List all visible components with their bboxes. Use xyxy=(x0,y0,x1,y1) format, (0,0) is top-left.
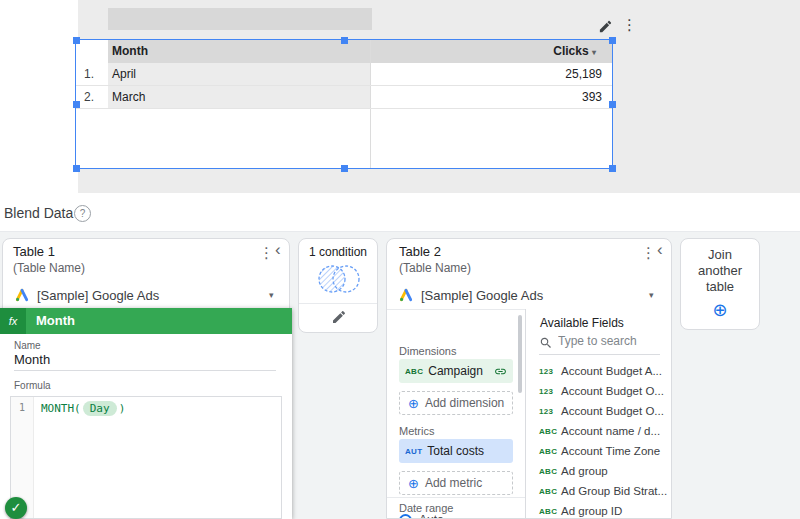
cell-bg xyxy=(108,86,370,109)
sort-arrow-icon: ▾ xyxy=(592,48,596,57)
google-ads-icon xyxy=(15,288,29,306)
chart-more-options-icon[interactable]: ⋮ xyxy=(622,18,637,32)
field-name: Account name / d... xyxy=(561,425,660,437)
field-name: Ad Group Bid Strat... xyxy=(561,485,667,497)
table1-collapse-icon[interactable]: ‹ xyxy=(275,243,281,257)
cell-bg xyxy=(108,63,370,86)
table2-subtitle: (Table Name) xyxy=(399,261,471,275)
name-label: Name xyxy=(14,340,41,351)
add-metric-label: Add metric xyxy=(425,476,482,490)
field-type-icon: ABC xyxy=(539,427,561,436)
table1-more-icon[interactable]: ⋮ xyxy=(259,246,274,260)
field-type-icon: 123 xyxy=(539,407,561,416)
section-divider xyxy=(387,497,525,498)
join-another-table-label: Join another table xyxy=(681,247,759,295)
metrics-label: Metrics xyxy=(399,425,434,437)
datasource-dropdown-icon[interactable]: ▾ xyxy=(269,290,274,300)
field-list-item[interactable]: 123Account Budget O... xyxy=(539,381,664,401)
table2-collapse-icon[interactable]: ‹ xyxy=(657,243,663,257)
cell-month: April xyxy=(112,63,136,86)
field-name: Ad group xyxy=(561,465,608,477)
metric-chip-total-costs[interactable]: AUT Total costs xyxy=(399,439,513,463)
table1-title: Table 1 xyxy=(13,244,55,259)
dimension-chip-campaign[interactable]: ABC Campaign xyxy=(399,359,513,383)
field-type-icon: ABC xyxy=(539,467,561,476)
cell-clicks: 393 xyxy=(370,86,602,109)
line-number: 1 xyxy=(11,402,33,413)
search-icon xyxy=(539,336,553,354)
edit-pencil-icon[interactable] xyxy=(598,19,613,34)
field-search-input[interactable] xyxy=(558,334,660,348)
column-header-month[interactable]: Month xyxy=(112,40,148,63)
help-icon[interactable]: ? xyxy=(74,205,91,222)
selection-handle[interactable] xyxy=(341,37,348,44)
venn-diagram-icon xyxy=(311,259,367,303)
formula-label: Formula xyxy=(14,380,51,391)
field-list-item[interactable]: 123Account Budget O... xyxy=(539,401,664,421)
date-range-radio[interactable] xyxy=(399,514,412,519)
clicks-label: Clicks xyxy=(553,44,588,58)
field-name: Account Budget A... xyxy=(561,365,662,377)
field-type-icon: ABC xyxy=(539,447,561,456)
field-list-item[interactable]: ABCAd Group Bid Strat... xyxy=(539,481,667,501)
table2-datasource[interactable]: [Sample] Google Ads xyxy=(421,288,543,303)
add-metric-button[interactable]: ⊕ Add metric xyxy=(399,471,513,495)
condition-count-label: 1 condition xyxy=(299,245,377,259)
aggregation-type-icon: AUT xyxy=(405,447,422,456)
selection-handle[interactable] xyxy=(73,165,80,172)
add-dimension-button[interactable]: ⊕ Add dimension xyxy=(399,391,513,415)
table1-datasource[interactable]: [Sample] Google Ads xyxy=(37,288,159,303)
field-type-icon: 123 xyxy=(539,387,561,396)
table2-title: Table 2 xyxy=(399,244,441,259)
field-type-icon: 123 xyxy=(539,367,561,376)
selection-handle[interactable] xyxy=(609,165,616,172)
field-list-item[interactable]: ABCAd group xyxy=(539,461,608,481)
row-separator xyxy=(76,108,612,109)
datasource-dropdown-icon[interactable]: ▾ xyxy=(649,290,654,300)
join-another-table-card[interactable]: Join another table ⊕ xyxy=(680,238,760,330)
field-type-icon: ABC xyxy=(539,507,561,516)
field-editor-title: Month xyxy=(36,308,75,334)
row-number: 2. xyxy=(84,86,94,109)
join-condition-card[interactable]: 1 condition xyxy=(298,238,378,333)
selection-handle[interactable] xyxy=(609,101,616,108)
add-table-icon[interactable]: ⊕ xyxy=(681,299,759,321)
field-list-item[interactable]: ABCAccount Time Zone xyxy=(539,441,660,461)
add-dimension-label: Add dimension xyxy=(425,396,504,410)
selection-handle[interactable] xyxy=(73,101,80,108)
table2-panel: Table 2 (Table Name) ⋮ ‹ [Sample] Google… xyxy=(386,238,672,519)
column-header-clicks[interactable]: Clicks ▾ xyxy=(370,40,596,63)
table-chart[interactable]: Month Clicks ▾ 1. April 25,189 2. March … xyxy=(76,40,612,168)
date-range-value: Auto xyxy=(419,513,444,519)
card-divider xyxy=(299,303,377,304)
field-chip-day[interactable]: Day xyxy=(83,401,117,416)
blend-data-bar: Blend Data ? xyxy=(0,193,800,232)
field-list-item[interactable]: 123Account Budget A... xyxy=(539,361,662,381)
field-name: Account Time Zone xyxy=(561,445,660,457)
save-field-button[interactable]: ✓ xyxy=(5,497,27,519)
field-name-input[interactable] xyxy=(14,352,270,367)
field-type-icon: ABC xyxy=(405,367,423,376)
table2-more-icon[interactable]: ⋮ xyxy=(641,246,656,260)
dimension-chip-label: Campaign xyxy=(428,364,483,378)
field-type-icon: ABC xyxy=(539,487,561,496)
input-underline xyxy=(14,370,276,371)
blend-data-title: Blend Data xyxy=(4,205,73,221)
selection-handle[interactable] xyxy=(341,165,348,172)
formula-editor[interactable]: 1 MONTH( Day ) xyxy=(10,396,282,519)
edit-condition-pencil-icon[interactable] xyxy=(331,309,347,325)
cell-clicks: 25,189 xyxy=(370,63,602,86)
paren-token: ) xyxy=(119,402,126,415)
cell-month: March xyxy=(112,86,145,109)
selection-handle[interactable] xyxy=(73,37,80,44)
field-list-item[interactable]: ABCAccount name / d... xyxy=(539,421,660,441)
link-icon xyxy=(494,365,507,378)
function-token: MONTH( xyxy=(41,402,81,415)
row-number: 1. xyxy=(84,63,94,86)
looker-studio-blend-editor: ⋮ Month Clicks ▾ 1. April 25,189 2. Marc… xyxy=(0,0,800,519)
calculated-field-editor: fx Month Name Formula 1 MONTH( Day ) xyxy=(0,308,292,519)
metric-chip-label: Total costs xyxy=(427,444,484,458)
scrollbar-thumb[interactable] xyxy=(518,315,522,393)
field-list-item[interactable]: ABCAd group ID xyxy=(539,501,622,519)
selection-handle[interactable] xyxy=(609,37,616,44)
